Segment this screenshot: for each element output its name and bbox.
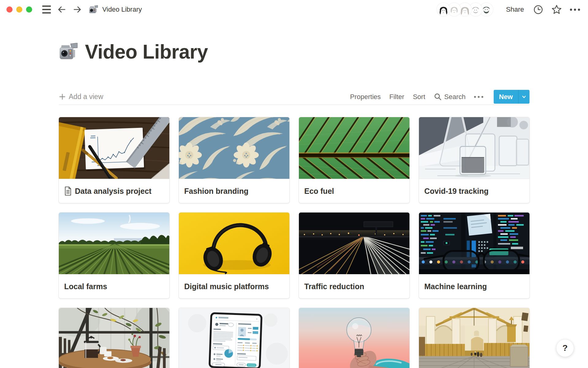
- green-leaf-closeup: [299, 117, 409, 179]
- close-window-button[interactable]: [6, 6, 13, 13]
- gallery-card[interactable]: [419, 308, 530, 368]
- desk-chart-photo: [59, 117, 169, 179]
- card-title: Machine learning: [424, 282, 487, 291]
- share-button[interactable]: Share: [506, 6, 524, 13]
- minimize-window-button[interactable]: [16, 6, 23, 13]
- card-title: Traffic reduction: [304, 282, 364, 291]
- traffic-lights: [6, 6, 32, 13]
- card-title: Covid-19 tracking: [424, 187, 489, 196]
- hamburger-icon: [42, 6, 51, 13]
- avatar[interactable]: [437, 3, 450, 16]
- breadcrumb[interactable]: Video Library: [89, 5, 142, 14]
- lightbulb-hand-photo: [299, 308, 409, 368]
- night-highway-photo: [299, 213, 409, 274]
- properties-button[interactable]: Properties: [350, 93, 381, 101]
- page-title: Video Library: [85, 40, 208, 63]
- window-titlebar: Video Library: [0, 0, 588, 19]
- gallery-card[interactable]: [179, 308, 289, 368]
- tablet-dashboard-photo: [179, 308, 289, 368]
- updates-button[interactable]: [533, 5, 543, 15]
- favorite-button[interactable]: [551, 4, 562, 15]
- new-item-button[interactable]: New: [494, 90, 529, 104]
- page-body: Video Library Add a view Properties Filt…: [59, 38, 530, 368]
- back-button[interactable]: [56, 5, 67, 14]
- movie-camera-icon: [59, 43, 79, 61]
- card-title: Local farms: [64, 282, 107, 291]
- add-view-label: Add a view: [69, 93, 104, 101]
- chevron-down-icon: [521, 94, 527, 100]
- filter-button[interactable]: Filter: [389, 93, 404, 101]
- forward-arrow-icon: [72, 5, 83, 14]
- sidebar-menu-button[interactable]: [42, 6, 51, 13]
- greenhouse-cafe-photo: [59, 308, 169, 368]
- gallery-card[interactable]: Fashion branding: [179, 117, 289, 203]
- gallery-card[interactable]: Eco fuel: [299, 117, 409, 203]
- card-title: Digital music platforms: [184, 282, 269, 291]
- gallery-card[interactable]: Traffic reduction: [299, 213, 409, 298]
- help-icon: ?: [562, 343, 567, 353]
- new-label[interactable]: New: [494, 90, 518, 104]
- gallery-card[interactable]: Covid-19 tracking: [419, 117, 530, 203]
- plus-icon: [59, 93, 66, 100]
- zoom-window-button[interactable]: [26, 6, 32, 13]
- search-icon: [434, 93, 442, 101]
- gallery-card[interactable]: Machine learning: [419, 213, 530, 298]
- gallery-card[interactable]: [59, 308, 169, 368]
- sort-button[interactable]: Sort: [413, 93, 425, 101]
- code-screens-glasses-photo: [419, 213, 530, 274]
- gallery-card[interactable]: [299, 308, 409, 368]
- card-title: Eco fuel: [304, 187, 334, 196]
- star-icon: [551, 4, 562, 15]
- card-title: Data analysis project: [75, 187, 152, 196]
- card-title: Fashion branding: [184, 187, 249, 196]
- collaborator-avatars[interactable]: [437, 3, 493, 16]
- more-icon: [474, 96, 483, 98]
- gallery-card[interactable]: Data analysis project: [59, 117, 169, 203]
- church-interior-photo: [419, 308, 530, 368]
- help-button[interactable]: ?: [556, 339, 574, 357]
- movie-camera-icon: [89, 5, 99, 14]
- lab-glassware-photo: [419, 117, 530, 179]
- forward-button[interactable]: [72, 5, 83, 14]
- page-icon: [64, 186, 72, 196]
- clock-icon: [533, 5, 543, 15]
- breadcrumb-title: Video Library: [102, 6, 142, 13]
- blue-floral-pattern: [179, 117, 289, 179]
- back-arrow-icon: [56, 5, 67, 14]
- page-title-row: Video Library: [59, 38, 530, 66]
- gallery-card[interactable]: Local farms: [59, 213, 169, 298]
- view-more-button[interactable]: [474, 96, 483, 98]
- new-dropdown-button[interactable]: [518, 90, 530, 104]
- farm-field-photo: [59, 213, 169, 274]
- search-label: Search: [444, 93, 466, 101]
- gallery-card[interactable]: Digital music platforms: [179, 213, 289, 298]
- more-options-button[interactable]: [570, 9, 580, 11]
- search-button[interactable]: Search: [434, 93, 466, 101]
- view-toolbar: Add a view Properties Filter Sort Search…: [59, 89, 530, 105]
- headphones-yellow-photo: [179, 213, 289, 274]
- add-view-button[interactable]: Add a view: [59, 93, 104, 101]
- gallery-view: Data analysis project: [59, 117, 530, 368]
- more-icon: [570, 9, 580, 11]
